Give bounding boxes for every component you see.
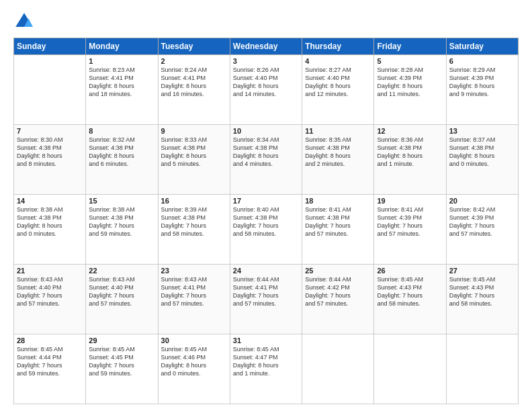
day-number: 29	[89, 336, 154, 345]
cell-info: Sunrise: 8:43 AM Sunset: 4:40 PM Dayligh…	[89, 275, 154, 308]
weekday-header-monday: Monday	[86, 38, 158, 55]
day-number: 1	[89, 57, 154, 65]
weekday-header-wednesday: Wednesday	[230, 38, 302, 55]
calendar-cell: 14Sunrise: 8:38 AM Sunset: 4:38 PM Dayli…	[14, 195, 86, 265]
calendar-cell: 3Sunrise: 8:26 AM Sunset: 4:40 PM Daylig…	[230, 55, 302, 125]
calendar-cell: 27Sunrise: 8:45 AM Sunset: 4:43 PM Dayli…	[446, 265, 518, 334]
day-number: 16	[161, 197, 227, 205]
weekday-header-tuesday: Tuesday	[158, 38, 230, 55]
day-number: 26	[377, 267, 443, 275]
weekday-header-thursday: Thursday	[302, 38, 374, 55]
calendar-header-row: SundayMondayTuesdayWednesdayThursdayFrid…	[14, 38, 519, 55]
cell-info: Sunrise: 8:38 AM Sunset: 4:38 PM Dayligh…	[89, 205, 154, 238]
header	[13, 11, 519, 32]
weekday-header-sunday: Sunday	[14, 38, 86, 55]
calendar-cell: 23Sunrise: 8:43 AM Sunset: 4:41 PM Dayli…	[158, 265, 230, 334]
cell-info: Sunrise: 8:37 AM Sunset: 4:38 PM Dayligh…	[449, 136, 515, 169]
calendar-cell	[14, 55, 86, 125]
cell-info: Sunrise: 8:23 AM Sunset: 4:41 PM Dayligh…	[89, 66, 154, 99]
day-number: 25	[305, 267, 371, 275]
calendar-cell: 15Sunrise: 8:38 AM Sunset: 4:38 PM Dayli…	[86, 195, 158, 265]
day-number: 15	[89, 197, 154, 205]
day-number: 21	[17, 267, 83, 275]
day-number: 23	[161, 267, 227, 275]
calendar-cell: 12Sunrise: 8:36 AM Sunset: 4:38 PM Dayli…	[374, 125, 446, 195]
cell-info: Sunrise: 8:28 AM Sunset: 4:39 PM Dayligh…	[377, 66, 443, 99]
day-number: 5	[377, 57, 443, 65]
day-number: 31	[233, 336, 299, 345]
cell-info: Sunrise: 8:43 AM Sunset: 4:40 PM Dayligh…	[17, 275, 83, 308]
cell-info: Sunrise: 8:45 AM Sunset: 4:43 PM Dayligh…	[377, 275, 443, 308]
calendar-cell: 29Sunrise: 8:45 AM Sunset: 4:45 PM Dayli…	[86, 334, 158, 404]
calendar-cell: 26Sunrise: 8:45 AM Sunset: 4:43 PM Dayli…	[374, 265, 446, 334]
day-number: 28	[17, 336, 83, 345]
calendar-cell: 19Sunrise: 8:41 AM Sunset: 4:39 PM Dayli…	[374, 195, 446, 265]
calendar-cell: 20Sunrise: 8:42 AM Sunset: 4:39 PM Dayli…	[446, 195, 518, 265]
day-number: 4	[305, 57, 371, 65]
cell-info: Sunrise: 8:24 AM Sunset: 4:41 PM Dayligh…	[161, 66, 227, 99]
calendar-cell: 24Sunrise: 8:44 AM Sunset: 4:41 PM Dayli…	[230, 265, 302, 334]
day-number: 22	[89, 267, 154, 275]
calendar-cell: 11Sunrise: 8:35 AM Sunset: 4:38 PM Dayli…	[302, 125, 374, 195]
day-number: 12	[377, 127, 443, 135]
cell-info: Sunrise: 8:34 AM Sunset: 4:38 PM Dayligh…	[233, 136, 299, 169]
cell-info: Sunrise: 8:44 AM Sunset: 4:41 PM Dayligh…	[233, 275, 299, 308]
logo	[13, 11, 38, 32]
cell-info: Sunrise: 8:43 AM Sunset: 4:41 PM Dayligh…	[161, 275, 227, 308]
cell-info: Sunrise: 8:38 AM Sunset: 4:38 PM Dayligh…	[17, 205, 83, 238]
calendar-cell: 25Sunrise: 8:44 AM Sunset: 4:42 PM Dayli…	[302, 265, 374, 334]
calendar-table: SundayMondayTuesdayWednesdayThursdayFrid…	[13, 38, 519, 404]
calendar-cell	[302, 334, 374, 404]
day-number: 3	[233, 57, 299, 65]
calendar-cell: 1Sunrise: 8:23 AM Sunset: 4:41 PM Daylig…	[86, 55, 158, 125]
cell-info: Sunrise: 8:39 AM Sunset: 4:38 PM Dayligh…	[161, 205, 227, 238]
cell-info: Sunrise: 8:45 AM Sunset: 4:47 PM Dayligh…	[233, 345, 299, 378]
calendar-week-3: 14Sunrise: 8:38 AM Sunset: 4:38 PM Dayli…	[14, 195, 519, 265]
cell-info: Sunrise: 8:45 AM Sunset: 4:43 PM Dayligh…	[449, 275, 515, 308]
calendar-cell: 22Sunrise: 8:43 AM Sunset: 4:40 PM Dayli…	[86, 265, 158, 334]
day-number: 9	[161, 127, 227, 135]
calendar-cell: 4Sunrise: 8:27 AM Sunset: 4:40 PM Daylig…	[302, 55, 374, 125]
cell-info: Sunrise: 8:35 AM Sunset: 4:38 PM Dayligh…	[305, 136, 371, 169]
day-number: 8	[89, 127, 154, 135]
cell-info: Sunrise: 8:33 AM Sunset: 4:38 PM Dayligh…	[161, 136, 227, 169]
cell-info: Sunrise: 8:44 AM Sunset: 4:42 PM Dayligh…	[305, 275, 371, 308]
logo-icon	[13, 11, 35, 32]
day-number: 24	[233, 267, 299, 275]
day-number: 27	[449, 267, 515, 275]
calendar-cell: 18Sunrise: 8:41 AM Sunset: 4:38 PM Dayli…	[302, 195, 374, 265]
calendar-cell: 21Sunrise: 8:43 AM Sunset: 4:40 PM Dayli…	[14, 265, 86, 334]
cell-info: Sunrise: 8:45 AM Sunset: 4:45 PM Dayligh…	[89, 345, 154, 378]
calendar-cell: 17Sunrise: 8:40 AM Sunset: 4:38 PM Dayli…	[230, 195, 302, 265]
day-number: 7	[17, 127, 83, 135]
calendar-cell: 28Sunrise: 8:45 AM Sunset: 4:44 PM Dayli…	[14, 334, 86, 404]
calendar-week-5: 28Sunrise: 8:45 AM Sunset: 4:44 PM Dayli…	[14, 334, 519, 404]
day-number: 6	[449, 57, 515, 65]
day-number: 13	[449, 127, 515, 135]
day-number: 11	[305, 127, 371, 135]
day-number: 14	[17, 197, 83, 205]
cell-info: Sunrise: 8:42 AM Sunset: 4:39 PM Dayligh…	[449, 205, 515, 238]
day-number: 30	[161, 336, 227, 345]
cell-info: Sunrise: 8:26 AM Sunset: 4:40 PM Dayligh…	[233, 66, 299, 99]
cell-info: Sunrise: 8:41 AM Sunset: 4:39 PM Dayligh…	[377, 205, 443, 238]
page: SundayMondayTuesdayWednesdayThursdayFrid…	[0, 0, 532, 411]
calendar-cell: 7Sunrise: 8:30 AM Sunset: 4:38 PM Daylig…	[14, 125, 86, 195]
day-number: 19	[377, 197, 443, 205]
cell-info: Sunrise: 8:41 AM Sunset: 4:38 PM Dayligh…	[305, 205, 371, 238]
calendar-cell	[446, 334, 518, 404]
cell-info: Sunrise: 8:45 AM Sunset: 4:44 PM Dayligh…	[17, 345, 83, 378]
calendar-cell: 6Sunrise: 8:29 AM Sunset: 4:39 PM Daylig…	[446, 55, 518, 125]
cell-info: Sunrise: 8:36 AM Sunset: 4:38 PM Dayligh…	[377, 136, 443, 169]
cell-info: Sunrise: 8:32 AM Sunset: 4:38 PM Dayligh…	[89, 136, 154, 169]
calendar-week-1: 1Sunrise: 8:23 AM Sunset: 4:41 PM Daylig…	[14, 55, 519, 125]
day-number: 10	[233, 127, 299, 135]
calendar-cell	[374, 334, 446, 404]
day-number: 17	[233, 197, 299, 205]
calendar-cell: 8Sunrise: 8:32 AM Sunset: 4:38 PM Daylig…	[86, 125, 158, 195]
cell-info: Sunrise: 8:27 AM Sunset: 4:40 PM Dayligh…	[305, 66, 371, 99]
calendar-cell: 5Sunrise: 8:28 AM Sunset: 4:39 PM Daylig…	[374, 55, 446, 125]
calendar-cell: 9Sunrise: 8:33 AM Sunset: 4:38 PM Daylig…	[158, 125, 230, 195]
weekday-header-saturday: Saturday	[446, 38, 518, 55]
cell-info: Sunrise: 8:45 AM Sunset: 4:46 PM Dayligh…	[161, 345, 227, 378]
